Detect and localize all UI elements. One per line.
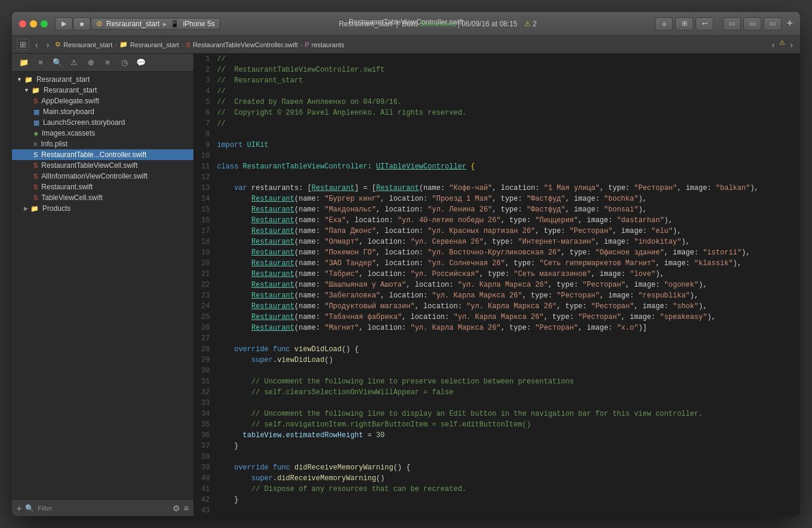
code-line-18: 18 Restaurant(name: "Олмарт", location: … <box>194 237 800 247</box>
code-line-4: 4 // <box>194 86 800 97</box>
sidebar-chat-btn[interactable]: 💬 <box>134 56 148 69</box>
grid-icon: ⊞ <box>18 40 28 49</box>
code-line-39: 39 override func didReceiveMemoryWarning… <box>194 462 800 473</box>
close-button[interactable] <box>19 20 26 27</box>
sidebar-git-btn[interactable]: ⊕ <box>84 56 98 69</box>
code-line-35: 35 // self.navigationItem.rightBarButton… <box>194 419 800 430</box>
tree-label-xcassets: Images.xcassets <box>42 129 95 137</box>
code-line-14: 14 Restaurant(name: "Бургер кинг", locat… <box>194 194 800 204</box>
breadcrumb-file: RestaurantTableViewController.swift <box>193 41 298 48</box>
code-line-1: 1 // <box>194 54 800 65</box>
code-line-8: 8 <box>194 129 800 140</box>
traffic-lights <box>19 20 48 27</box>
warning-count: 2 <box>533 20 537 28</box>
sidebar-settings-btn2[interactable]: ≡ <box>184 504 189 513</box>
sidebar-debug-btn[interactable]: ≡ <box>100 56 115 69</box>
code-line-31: 31 // Uncomment the following line to pr… <box>194 376 800 387</box>
project-name: Resraurant_start <box>106 20 159 28</box>
code-line-3: 3 // Resraurant_start <box>194 75 800 86</box>
warning-icon: ⚠ <box>524 20 531 28</box>
code-line-13: 13 var restaurants: [Restaurant] = [Rest… <box>194 183 800 194</box>
code-line-25: 25 Restaurant(name: "Табачная фабрика", … <box>194 312 800 323</box>
tree-label-products: Products <box>42 204 70 213</box>
tree-item-root[interactable]: ▼ 📁 Resraurant_start <box>12 74 193 85</box>
code-line-43: 43 <box>194 505 800 516</box>
tree-label-rtvcell: RestaurantTableViewCell.swift <box>41 161 137 170</box>
tree-item-allinfo[interactable]: S AllInformationViewController.swift <box>12 171 193 182</box>
nav-forward-btn[interactable]: › <box>788 39 795 51</box>
minimize-button[interactable] <box>30 20 37 27</box>
add-button[interactable]: + <box>786 17 793 30</box>
tree-item-rtvc[interactable]: S RestaurantTable...Controller.swift <box>12 149 193 160</box>
code-line-40: 40 super.didReceiveMemoryWarning() <box>194 473 800 484</box>
tree-item-restaurant[interactable]: S Restaurant.swift <box>12 182 193 192</box>
sidebar: 📁 ≡ 🔍 ⚠ ⊕ ≡ ◷ 💬 ▼ 📁 Resraurant_start ▼ <box>12 54 194 516</box>
code-line-36: 36 tableView.estimatedRowHeight = 30 <box>194 430 800 441</box>
tree-item-plist[interactable]: ≡ Info.plist <box>12 139 193 149</box>
tree-item-launch-storyboard[interactable]: ▦ LaunchScreen.storyboard <box>12 117 193 128</box>
sidebar-grid-btn[interactable]: ≡ <box>33 56 48 69</box>
file-tree: ▼ 📁 Resraurant_start ▼ 📁 Resraurant_star… <box>12 72 193 499</box>
swift-icon: S <box>33 162 38 169</box>
tree-label-restaurant: Restaurant.swift <box>41 183 93 191</box>
titlebar-right-controls: ≡ ⊞ ↩ ▭ ▭ ▭ <box>655 17 782 30</box>
tree-item-xcassets[interactable]: ◈ Images.xcassets <box>12 128 193 139</box>
tree-item-main-storyboard[interactable]: ▦ Main.storyboard <box>12 106 193 117</box>
code-line-20: 20 Restaurant(name: "ЗАО Тандер", locati… <box>194 258 800 269</box>
code-editor[interactable]: 1 // 2 // RestaurantTableViewController.… <box>194 54 800 516</box>
sidebar-toolbar: 📁 ≡ 🔍 ⚠ ⊕ ≡ ◷ 💬 <box>12 54 193 72</box>
triangle-icon: ▼ <box>17 76 22 82</box>
sidebar-folder-btn[interactable]: 📁 <box>17 56 31 69</box>
code-line-22: 22 Restaurant(name: "Шашлыяная у Ашота",… <box>194 280 800 290</box>
code-line-29: 29 super.viewDidLoad() <box>194 355 800 366</box>
back-btn[interactable]: ‹ <box>33 39 41 51</box>
tree-item-tableviewcell[interactable]: S TableViewCell.swift <box>12 192 193 203</box>
view-btn3[interactable]: ▭ <box>764 17 782 30</box>
view-btn2[interactable]: ▭ <box>743 17 761 30</box>
titlebar: ▶ ■ ⚙ Resraurant_start ▸ 📱 iPhone 5s Res… <box>12 12 800 36</box>
tree-item-appdelegate[interactable]: S AppDelegate.swift <box>12 96 193 106</box>
tree-item-products[interactable]: ▶ 📁 Products <box>12 203 193 214</box>
stop-button[interactable]: ■ <box>73 17 91 30</box>
code-line-33: 33 <box>194 398 800 409</box>
tree-item-rtvcell[interactable]: S RestaurantTableViewCell.swift <box>12 160 193 171</box>
code-line-21: 21 Restaurant(name: "Табрис", location: … <box>194 269 800 280</box>
sidebar-warning-btn[interactable]: ⚠ <box>67 56 81 69</box>
editor-layout-btn1[interactable]: ≡ <box>655 17 673 30</box>
code-line-34: 34 // Uncomment the following line to di… <box>194 409 800 419</box>
code-line-12: 12 <box>194 172 800 183</box>
tree-label-appdelegate: AppDelegate.swift <box>41 97 99 105</box>
storyboard-icon: ▦ <box>33 119 39 127</box>
sidebar-settings-btn1[interactable]: ⚙ <box>173 504 180 513</box>
code-line-10: 10 <box>194 151 800 161</box>
navigator-toggle[interactable]: ⊞ <box>17 39 29 50</box>
sidebar-report-btn[interactable]: ◷ <box>117 56 131 69</box>
breadcrumb-icon1: ⚙ <box>55 41 61 48</box>
swift-icon: S <box>33 97 38 105</box>
code-line-17: 17 Restaurant(name: "Папа Джонс", locati… <box>194 226 800 237</box>
tree-item-group[interactable]: ▼ 📁 Resraurant_start <box>12 85 193 96</box>
project-selector[interactable]: ⚙ Resraurant_start ▸ 📱 iPhone 5s <box>91 18 220 30</box>
play-button[interactable]: ▶ <box>55 17 73 30</box>
code-line-37: 37 } <box>194 441 800 452</box>
sidebar-search-btn[interactable]: 🔍 <box>50 56 64 69</box>
code-line-42: 42 } <box>194 495 800 505</box>
code-line-38: 38 <box>194 452 800 462</box>
tree-label-plist: Info.plist <box>41 140 67 148</box>
tree-label-root: Resraurant_start <box>36 75 90 84</box>
triangle-icon: ▶ <box>24 205 28 211</box>
view-btn1[interactable]: ▭ <box>723 17 741 30</box>
code-line-30: 30 <box>194 366 800 376</box>
forward-btn[interactable]: › <box>44 39 52 51</box>
editor-layout-btn2[interactable]: ⊞ <box>675 17 693 30</box>
editor-layout-btn3[interactable]: ↩ <box>696 17 713 30</box>
nav-back-btn[interactable]: ‹ <box>770 39 777 51</box>
maximize-button[interactable] <box>41 20 48 27</box>
add-file-btn[interactable]: + <box>17 504 21 513</box>
code-line-26: 26 Restaurant(name: "Магнит", location: … <box>194 323 800 333</box>
triangle-icon: ▼ <box>24 87 29 93</box>
code-line-32: 32 // self.clearsSelectionOnViewWillAppe… <box>194 387 800 398</box>
build-date: 06/09/16 at 08:15 <box>462 20 517 28</box>
folder-icon: 📁 <box>32 87 40 94</box>
breadcrumb: ⚙ Resraurant_start › 📁 Resraurant_start … <box>55 41 345 48</box>
